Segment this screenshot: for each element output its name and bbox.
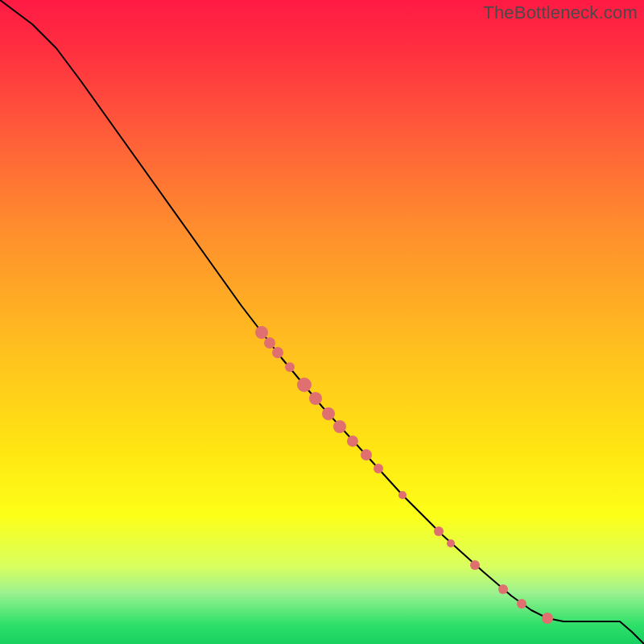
main-curve (0, 0, 644, 644)
data-point (374, 464, 383, 473)
data-point (255, 326, 268, 339)
data-point (361, 449, 372, 460)
data-point (297, 378, 312, 392)
data-point (470, 560, 480, 570)
data-point (398, 491, 407, 499)
data-point (272, 347, 283, 358)
chart-svg (0, 0, 644, 644)
data-point (322, 407, 335, 420)
data-point (264, 337, 275, 349)
data-point (498, 584, 508, 594)
data-point (285, 362, 295, 372)
data-point (309, 392, 322, 405)
data-point (517, 599, 526, 609)
chart-area: TheBottleneck.com (0, 0, 644, 644)
data-point (447, 539, 455, 547)
data-point (542, 613, 553, 624)
data-point (434, 526, 444, 536)
data-points-group (255, 326, 553, 624)
data-point (333, 420, 346, 433)
data-point (347, 436, 358, 447)
